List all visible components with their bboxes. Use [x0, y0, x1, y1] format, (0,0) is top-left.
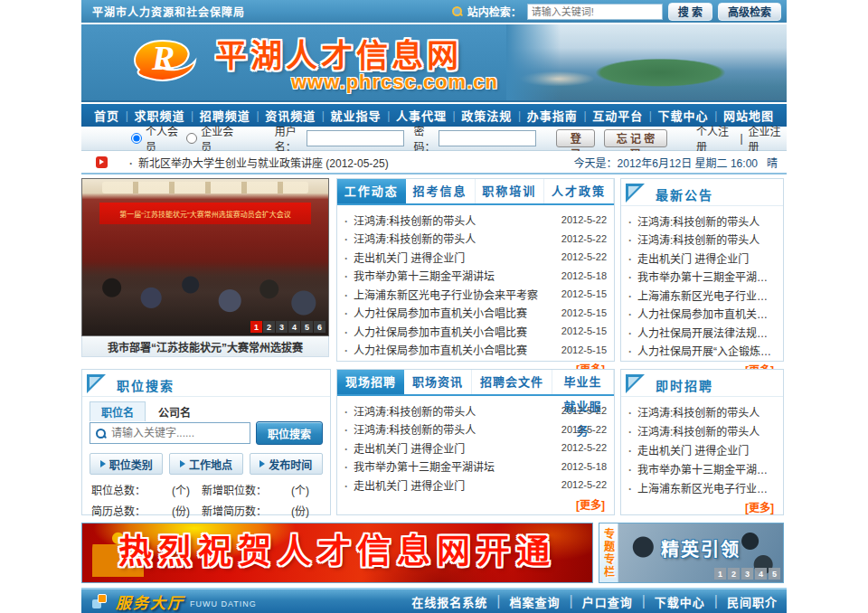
tab-title-training[interactable]: 职称培训 — [476, 179, 545, 203]
nav-item-jobseek[interactable]: 求职频道 — [134, 107, 184, 124]
tab-position-name[interactable]: 职位名 — [90, 401, 146, 421]
personal-member-radio[interactable] — [131, 133, 142, 144]
personal-register-link[interactable]: 个人注册 — [696, 123, 734, 154]
news-item[interactable]: 走出机关门 进得企业门2012-5-22 — [344, 439, 607, 457]
filter-category-button[interactable]: 职位类别 — [90, 453, 163, 475]
news-item[interactable]: 上海浦东新区光电子行业协会来平考察2012-5-15 — [344, 285, 607, 304]
recruit-news-list: 汪鸿涛:科技创新的带头人2012-5-22 汪鸿涛:科技创新的带头人2012-5… — [337, 396, 614, 496]
nav-item-interaction[interactable]: 互动平台 — [592, 107, 643, 124]
news-item[interactable]: 汪鸿涛:科技创新的带头人2012-5-22 — [344, 230, 607, 249]
nav-item-recruit[interactable]: 招聘频道 — [200, 107, 250, 124]
keyword-input-wrap — [90, 422, 250, 444]
pager-item[interactable]: 5 — [769, 568, 780, 580]
tab-onsite-recruit[interactable]: 现场招聘 — [337, 370, 404, 394]
site-search-input[interactable] — [527, 4, 663, 20]
nav-separator: | — [256, 109, 259, 122]
tab-talent-policy[interactable]: 人才政策 — [544, 179, 614, 203]
nav-item-guidance[interactable]: 就业指导 — [331, 107, 382, 124]
announcement-item[interactable]: 汪鸿涛:科技创新的带头人 — [628, 231, 776, 250]
tab-exam-info[interactable]: 招考信息 — [406, 179, 476, 203]
special-column-photo[interactable]: 精英引领 1 2 3 4 5 — [618, 523, 783, 582]
link-archive-query[interactable]: 档案查询 — [509, 593, 560, 610]
announcement-item[interactable]: 走出机关门 进得企业门 — [628, 249, 776, 268]
more-link[interactable]: [更多] — [621, 499, 783, 518]
news-item[interactable]: 我市举办第十三期金平湖讲坛2012-5-18 — [344, 267, 607, 286]
nav-item-downloads[interactable]: 下载中心 — [658, 107, 709, 124]
link-download-center[interactable]: 下载中心 — [655, 593, 705, 610]
nav-item-home[interactable]: 首页 — [94, 107, 119, 124]
tab-work-news[interactable]: 工作动态 — [337, 179, 406, 203]
news-item[interactable]: 人力社保局参加市直机关小合唱比赛2012-5-15 — [344, 341, 607, 360]
pager-item[interactable]: 1 — [250, 321, 262, 333]
pager-item[interactable]: 3 — [741, 568, 753, 580]
arrow-right-icon — [100, 460, 106, 467]
tab-company-name[interactable]: 公司名 — [147, 402, 202, 421]
announcement-item[interactable]: 人力社保局开展法律法规巡回培训 — [628, 323, 776, 342]
tab-jobfair-files[interactable]: 招聘会文件 — [472, 370, 552, 394]
username-field[interactable] — [307, 130, 404, 146]
job-item[interactable]: 走出机关门 进得企业门 — [628, 440, 776, 459]
pager-item[interactable]: 1 — [714, 568, 726, 580]
link-private-agency[interactable]: 民间职介 — [727, 593, 778, 610]
filter-location-button[interactable]: 工作地点 — [169, 453, 242, 475]
more-link[interactable]: [更多] — [337, 496, 614, 515]
arrow-right-icon — [259, 460, 265, 467]
pager-item[interactable]: 4 — [288, 321, 300, 333]
pager-item[interactable]: 4 — [755, 568, 767, 580]
company-register-link[interactable]: 企业注册 — [749, 123, 787, 154]
pager-item[interactable]: 3 — [276, 321, 288, 333]
slideshow-image[interactable]: 第一届“江苏技能状元”大赛常州选拔赛动员会扩大会议 1 2 3 4 5 6 — [81, 178, 329, 336]
advanced-search-button[interactable]: 高级检索 — [718, 3, 781, 21]
news-item[interactable]: 人力社保局参加市直机关小合唱比赛2012-5-15 — [344, 322, 607, 341]
news-item[interactable]: 走出机关门 进得企业门2012-5-22 — [344, 476, 607, 495]
news-item[interactable]: 汪鸿涛:科技创新的带头人2012-5-22 — [344, 420, 607, 439]
announcement-item[interactable]: 汪鸿涛:科技创新的带头人 — [628, 212, 776, 231]
news-item[interactable]: 走出机关门 进得企业门2012-5-22 — [344, 248, 607, 267]
announcement-item[interactable]: 我市举办第十三期金平湖讲坛 — [628, 268, 776, 287]
announcement-item[interactable]: 上海浦东新区光电子行业协会来平考 — [628, 286, 776, 305]
search-button[interactable]: 搜 索 — [668, 3, 712, 21]
nav-separator: | — [518, 109, 521, 122]
pager-item[interactable]: 2 — [728, 568, 740, 580]
celebration-banner[interactable]: 热烈祝贺人才信息网开通 — [81, 523, 593, 583]
pager-item[interactable]: 6 — [314, 321, 326, 333]
slideshow-caption[interactable]: 我市部署“江苏技能状元”大赛常州选拔赛 — [81, 336, 329, 357]
nav-item-hr-agency[interactable]: 人事代理 — [396, 107, 447, 124]
job-item[interactable]: 汪鸿涛:科技创新的带头人 — [628, 421, 776, 440]
nav-item-services[interactable]: 办事指南 — [527, 107, 578, 124]
login-button[interactable]: 登 录 — [556, 129, 595, 147]
pager-item[interactable]: 2 — [263, 321, 275, 333]
forgot-password-button[interactable]: 忘 记 密 码 — [604, 129, 667, 147]
news-item[interactable]: 我市举办第十三期金平湖讲坛2012-5-18 — [344, 457, 607, 476]
special-column-overlay-text: 精英引领 — [661, 535, 741, 561]
keyword-input[interactable] — [111, 427, 244, 439]
announcement-item[interactable]: 人力社保局参加市直机关小合唱比赛 — [628, 305, 776, 324]
link-household-query[interactable]: 户口查询 — [582, 593, 633, 610]
password-field[interactable] — [439, 130, 536, 146]
job-search-button[interactable]: 职位搜索 — [256, 421, 323, 445]
filter-date-button[interactable]: 发布时间 — [250, 453, 323, 475]
slideshow-pager: 1 2 3 4 5 6 — [250, 321, 326, 333]
news-item[interactable]: 人力社保局参加市直机关小合唱比赛2012-5-15 — [344, 304, 607, 323]
link-online-registration[interactable]: 在线报名系统 — [411, 593, 487, 610]
job-item[interactable]: 我市举办第十三期金平湖讲坛 — [628, 459, 776, 478]
nav-item-sitemap[interactable]: 网站地图 — [723, 107, 774, 124]
nav-separator: | — [387, 109, 390, 122]
nav-item-news[interactable]: 资讯频道 — [265, 107, 316, 124]
pager-item[interactable]: 5 — [301, 321, 313, 333]
tab-graduate-services[interactable]: 毕业生就业服务 — [552, 370, 614, 394]
recruit-news-tabbar: 现场招聘 职场资讯 招聘会文件 毕业生就业服务 — [337, 370, 614, 396]
tab-career-info[interactable]: 职场资讯 — [404, 370, 472, 394]
job-item[interactable]: 汪鸿涛:科技创新的带头人 — [628, 402, 776, 421]
news-item[interactable]: 汪鸿涛:科技创新的带头人2012-5-22 — [344, 211, 607, 230]
job-item[interactable]: 上海浦东新区光电子行业协会来平考 — [628, 478, 776, 497]
username-label: 用户名： — [275, 123, 304, 154]
announcement-item[interactable]: 人力社保局开展“入企锻炼提素质” — [628, 342, 776, 361]
panel-header: 即时招聘 — [621, 370, 783, 397]
stat-label: 新增简历数： — [202, 503, 279, 518]
footer-separator: | — [569, 593, 572, 609]
company-member-radio[interactable] — [186, 133, 197, 144]
nav-item-policies[interactable]: 政策法规 — [461, 107, 512, 124]
ticker-news-link[interactable]: 新北区举办大学生创业与就业政策讲座 (2012-05-25) — [129, 155, 389, 170]
site-logo-icon: R — [127, 33, 210, 93]
